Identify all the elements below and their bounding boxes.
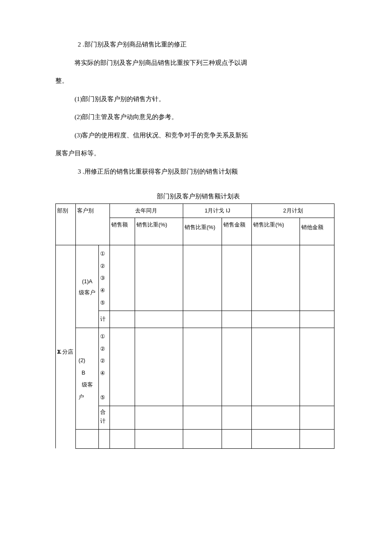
cell-customer-b: (2) B 级客户 bbox=[76, 328, 99, 430]
cell bbox=[76, 429, 99, 448]
cell-nums-a: ① ② ③ ④ ⑤ bbox=[99, 245, 110, 311]
cell bbox=[222, 328, 252, 406]
cell bbox=[99, 429, 110, 448]
cell bbox=[252, 328, 300, 406]
th-plan-1: 1月计戈 IJ bbox=[183, 203, 252, 218]
cell bbox=[135, 311, 183, 328]
cell bbox=[300, 311, 334, 328]
cell bbox=[135, 429, 183, 448]
cell bbox=[183, 311, 222, 328]
th-dept: 部别 bbox=[56, 203, 76, 245]
cell bbox=[110, 429, 135, 448]
cell bbox=[110, 311, 135, 328]
para-item-3: (3)客户的使用程度、信用状况、和竞争对手的竞争关系及新拓 bbox=[55, 129, 341, 142]
table-row: 1. X X 分店 (1)A级客户 ① ② ③ ④ ⑤ bbox=[56, 245, 334, 311]
cell bbox=[252, 245, 300, 311]
cell bbox=[135, 328, 183, 406]
cell bbox=[183, 328, 222, 406]
cell-dept: 1. X X 分店 bbox=[56, 245, 76, 449]
cell bbox=[300, 328, 334, 406]
table-row bbox=[56, 429, 334, 448]
th-plan-2: 2月计划 bbox=[252, 203, 334, 218]
table-title: 部门别及客户别销售额计划表 bbox=[55, 190, 341, 203]
cell-subtotal-a: 计 bbox=[99, 311, 110, 328]
cell bbox=[135, 406, 183, 429]
cell bbox=[300, 245, 334, 311]
document-body: 2 .部门别及客户别商品销售比重的修正 将实际的部门别及客户别商品销售比重按下列… bbox=[55, 38, 341, 449]
table-row: (2) B 级客户 ① ② ② ④ ⑤ bbox=[56, 328, 334, 406]
cell bbox=[222, 245, 252, 311]
cell bbox=[183, 429, 222, 448]
th-last-year: 去年同月 bbox=[110, 203, 183, 218]
cell bbox=[300, 406, 334, 429]
th-sales-pct-2: 销售比重(%) bbox=[252, 218, 300, 245]
cell bbox=[222, 429, 252, 448]
table-header-row-1: 部别 客户别 去年同月 1月计戈 IJ 2月计划 bbox=[56, 203, 334, 218]
cell bbox=[300, 429, 334, 448]
cell bbox=[183, 245, 222, 311]
cell bbox=[110, 328, 135, 406]
sales-plan-table: 部别 客户别 去年同月 1月计戈 IJ 2月计划 销售额 销售比重(%) 销售比… bbox=[55, 203, 334, 449]
para-line: 将实际的部门别及客户别商品销售比重按下列三种观点予以调 bbox=[55, 57, 341, 69]
cell bbox=[252, 429, 300, 448]
cell bbox=[135, 245, 183, 311]
para-heading-2: 2 .部门别及客户别商品销售比重的修正 bbox=[55, 38, 341, 51]
cell-total-b: 合计 bbox=[99, 406, 110, 429]
para-line: 整。 bbox=[55, 75, 341, 87]
th-sales-pct: 销售比重(%) bbox=[135, 218, 183, 245]
th-sales-amt-1: 销售金额 bbox=[222, 218, 252, 245]
para-item-1: (1)部门别及客户别的销售方针。 bbox=[55, 93, 341, 105]
para-item-2: (2)部门主管及客户动向意见的参考。 bbox=[55, 111, 341, 123]
th-sales-amt-2: 销他金额 bbox=[300, 218, 334, 245]
cell bbox=[252, 406, 300, 429]
cell bbox=[252, 311, 300, 328]
cell bbox=[222, 406, 252, 429]
cell-nums-b: ① ② ② ④ ⑤ bbox=[99, 328, 110, 406]
para-line: 展客户目标等。 bbox=[55, 147, 341, 160]
th-sales-pct-1: 销售比重(%) bbox=[183, 218, 222, 245]
para-heading-3: 3 .用修正后的销售比重获得客户别及部门别的销售计划额 bbox=[55, 166, 341, 178]
th-sales-amount: 销售额 bbox=[110, 218, 135, 245]
th-customer: 客户别 bbox=[76, 203, 110, 245]
cell bbox=[110, 245, 135, 311]
cell bbox=[183, 406, 222, 429]
cell bbox=[222, 311, 252, 328]
cell-customer-a: (1)A级客户 bbox=[76, 245, 99, 328]
cell bbox=[110, 406, 135, 429]
